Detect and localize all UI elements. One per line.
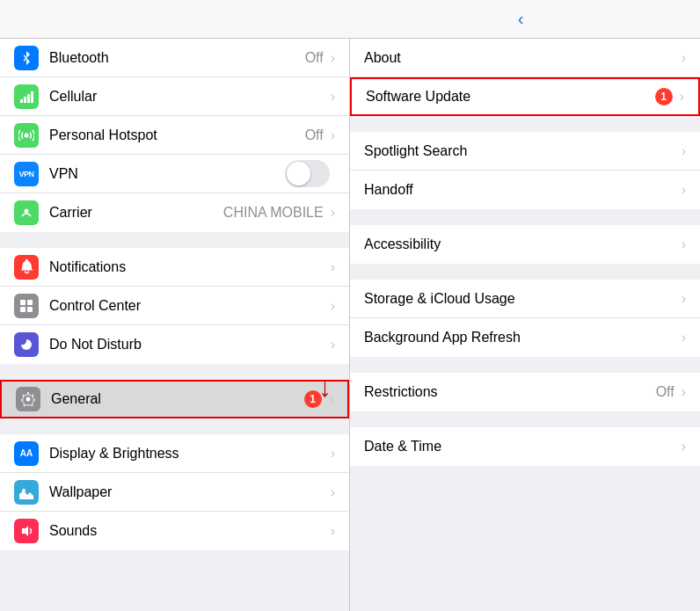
right-row-handoff[interactable]: Handoff› <box>350 171 700 209</box>
background-chevron: › <box>682 330 686 346</box>
group-separator <box>350 264 700 280</box>
right-settings-group-accessibility-group: Accessibility› <box>350 225 700 264</box>
carrier-chevron: › <box>331 205 335 221</box>
svg-rect-3 <box>31 91 33 103</box>
hotspot-chevron: › <box>331 127 335 143</box>
right-row-spotlight[interactable]: Spotlight Search› <box>350 132 700 171</box>
datetime-chevron: › <box>682 439 686 455</box>
right-row-restrictions[interactable]: RestrictionsOff› <box>350 373 700 411</box>
handoff-chevron: › <box>682 182 686 198</box>
bluetooth-icon <box>14 46 39 70</box>
donotdisturb-chevron: › <box>331 337 335 353</box>
carrier-value: CHINA MOBILE <box>223 205 324 221</box>
svg-rect-0 <box>20 99 23 103</box>
software-update-chevron: › <box>680 89 684 105</box>
controlcenter-icon <box>14 294 39 318</box>
restrictions-value: Off <box>656 384 674 400</box>
svg-point-5 <box>25 209 29 214</box>
hotspot-value: Off <box>305 127 324 143</box>
chevron-left-icon: ‹ <box>518 9 524 29</box>
carrier-icon <box>14 200 39 225</box>
notifications-icon <box>14 255 39 280</box>
group-separator <box>350 116 700 132</box>
sounds-chevron: › <box>331 523 335 539</box>
carrier-label: Carrier <box>49 205 223 221</box>
settings-row-bluetooth[interactable]: BluetoothOff› <box>0 39 349 77</box>
right-settings-panel: About›Software Update1›Spotlight Search›… <box>350 39 700 611</box>
svg-rect-6 <box>26 259 28 261</box>
notifications-label: Notifications <box>49 259 329 275</box>
accessibility-chevron: › <box>682 236 686 252</box>
settings-group: BluetoothOff›Cellular›Personal HotspotOf… <box>0 39 349 232</box>
display-icon: AA <box>14 441 39 466</box>
storage-label: Storage & iCloud Usage <box>364 291 680 307</box>
storage-chevron: › <box>682 291 686 307</box>
general-icon <box>16 387 40 411</box>
wallpaper-icon <box>14 480 39 505</box>
accessibility-label: Accessibility <box>364 236 680 252</box>
vpn-toggle[interactable] <box>285 160 330 187</box>
group-separator <box>350 411 700 427</box>
settings-group: General1› <box>0 380 349 418</box>
settings-row-vpn[interactable]: VPNVPN <box>0 155 349 193</box>
right-row-software-update[interactable]: Software Update1› <box>350 77 700 116</box>
right-row-about[interactable]: About› <box>350 39 700 77</box>
sounds-label: Sounds <box>49 523 329 539</box>
settings-row-notifications[interactable]: Notifications› <box>0 248 349 287</box>
group-separator <box>0 232 349 248</box>
hotspot-label: Personal Hotspot <box>49 127 305 143</box>
settings-row-display[interactable]: AADisplay & Brightness› <box>0 434 349 473</box>
group-separator <box>350 209 700 225</box>
svg-point-4 <box>25 133 29 137</box>
settings-row-cellular[interactable]: Cellular› <box>0 77 349 116</box>
display-chevron: › <box>331 446 335 462</box>
svg-rect-2 <box>27 94 30 103</box>
donotdisturb-label: Do Not Disturb <box>49 337 329 353</box>
settings-row-carrier[interactable]: CarrierCHINA MOBILE› <box>0 193 349 232</box>
back-button[interactable]: ‹ <box>518 9 526 29</box>
settings-group: Notifications›Control Center›Do Not Dist… <box>0 248 349 364</box>
spotlight-label: Spotlight Search <box>364 143 680 159</box>
right-row-datetime[interactable]: Date & Time› <box>350 427 700 466</box>
right-settings-group-about-group: About›Software Update1› <box>350 39 700 116</box>
cellular-chevron: › <box>331 89 335 105</box>
settings-row-general[interactable]: General1› <box>0 380 349 418</box>
settings-row-wallpaper[interactable]: Wallpaper› <box>0 473 349 512</box>
settings-group: AADisplay & Brightness›Wallpaper›Sounds› <box>0 434 349 550</box>
bluetooth-value: Off <box>305 50 324 66</box>
right-settings-group-datetime-group: Date & Time› <box>350 427 700 466</box>
group-separator <box>0 418 349 434</box>
settings-row-hotspot[interactable]: Personal HotspotOff› <box>0 116 349 155</box>
svg-rect-9 <box>20 307 26 312</box>
settings-row-sounds[interactable]: Sounds› <box>0 512 349 550</box>
cellular-icon <box>14 84 39 109</box>
controlcenter-label: Control Center <box>49 298 329 314</box>
right-settings-group-search-group: Spotlight Search›Handoff› <box>350 132 700 209</box>
wallpaper-label: Wallpaper <box>49 484 329 500</box>
svg-rect-10 <box>27 307 33 312</box>
svg-point-11 <box>26 397 31 402</box>
right-row-accessibility[interactable]: Accessibility› <box>350 225 700 264</box>
settings-row-controlcenter[interactable]: Control Center› <box>0 287 349 325</box>
background-label: Background App Refresh <box>364 330 680 346</box>
software-update-badge: 1 <box>655 88 673 105</box>
about-label: About <box>364 50 680 66</box>
svg-rect-7 <box>20 300 26 305</box>
vpn-label: VPN <box>49 166 285 182</box>
right-row-background[interactable]: Background App Refresh› <box>350 318 700 357</box>
group-separator <box>350 357 700 373</box>
hotspot-icon <box>14 123 39 148</box>
general-label: General <box>51 391 304 407</box>
notifications-chevron: › <box>331 259 335 275</box>
vpn-icon: VPN <box>14 162 39 186</box>
donotdisturb-icon <box>14 332 39 357</box>
controlcenter-chevron: › <box>331 298 335 314</box>
right-settings-group-restrictions-group: RestrictionsOff› <box>350 373 700 411</box>
cellular-label: Cellular <box>49 89 329 105</box>
right-row-storage[interactable]: Storage & iCloud Usage› <box>350 280 700 318</box>
software-update-label: Software Update <box>366 89 655 105</box>
left-settings-panel: BluetoothOff›Cellular›Personal HotspotOf… <box>0 39 350 611</box>
settings-row-donotdisturb[interactable]: Do Not Disturb› <box>0 325 349 364</box>
restrictions-chevron: › <box>682 384 686 400</box>
display-label: Display & Brightness <box>49 446 329 462</box>
